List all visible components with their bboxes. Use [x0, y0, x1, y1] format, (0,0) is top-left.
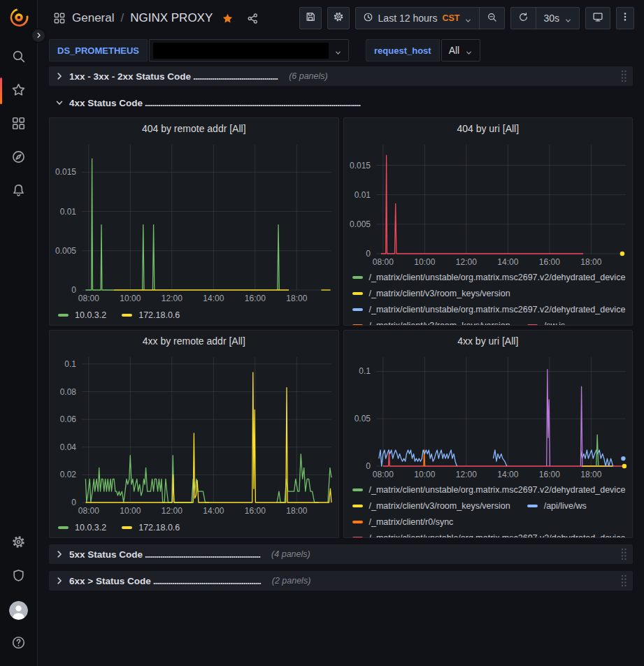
svg-text:0: 0 [366, 249, 371, 259]
chevron-down-icon [55, 98, 64, 108]
apps-icon[interactable] [53, 12, 66, 24]
panel-plot-area[interactable]: 00.0050.010.01508:0010:0012:0014:0016:00… [50, 139, 338, 305]
svg-text:12:00: 12:00 [455, 257, 476, 267]
dashboard-row-4xx[interactable]: 4xx Status Code.........................… [49, 93, 633, 113]
row-drag-handle[interactable] [620, 69, 627, 83]
panel-title[interactable]: 404 by uri [All] [344, 118, 633, 139]
legend-swatch [527, 324, 538, 326]
save-icon [305, 11, 316, 25]
sidebar-expand-button[interactable] [31, 28, 46, 43]
dashboard-row-1xx-3xx-2xx[interactable]: 1xx - 3xx - 2xx Status Code.............… [49, 66, 633, 86]
legend-item[interactable]: /_matrix/client/v3/room_keys/version [352, 317, 510, 325]
svg-text:0: 0 [71, 285, 76, 295]
panel-legend: /_matrix/client/unstable/org.matrix.msc2… [344, 482, 633, 537]
time-controls: Last 12 hours CST [355, 7, 506, 29]
row-drag-handle[interactable] [620, 574, 627, 588]
more-options-button[interactable] [616, 7, 634, 29]
legend-label: /_matrix/client/unstable/org.matrix.msc2… [369, 485, 626, 495]
legend-label: /api/live/ws [544, 501, 587, 511]
dashboard-settings-button[interactable] [327, 7, 350, 29]
sidebar-item-explore[interactable] [0, 141, 38, 175]
refresh-icon [518, 12, 529, 25]
row-title: 5xx Status Code.........................… [69, 549, 260, 560]
star-filled-icon[interactable] [222, 13, 234, 24]
refresh-interval-dropdown[interactable]: 30s [536, 8, 579, 29]
panel-plot-area[interactable]: 00.0050.010.01508:0010:0012:0014:0016:00… [344, 139, 633, 269]
legend-item[interactable]: 172.18.0.6 [122, 523, 180, 533]
legend-item[interactable]: /_matrix/client/r0/sync [352, 514, 454, 530]
legend-item[interactable]: /api/live/ws [527, 498, 587, 514]
panel-legend: /_matrix/client/unstable/org.matrix.msc2… [344, 269, 633, 325]
legend-swatch [527, 505, 538, 507]
breadcrumb-folder[interactable]: General [72, 11, 114, 25]
variable-select-ds-prometheus[interactable] [149, 39, 349, 61]
legend-label: /_matrix/client/unstable/org.matrix.msc2… [369, 273, 626, 282]
svg-text:18:00: 18:00 [286, 506, 307, 516]
legend-item[interactable]: 172.18.0.6 [122, 310, 180, 320]
panel-title[interactable]: 404 by remote addr [All] [50, 118, 338, 139]
svg-text:10:00: 10:00 [120, 506, 141, 516]
sidebar-item-server-admin[interactable] [0, 560, 38, 593]
sidebar-item-search[interactable] [0, 41, 38, 74]
sidebar-item-profile[interactable] [0, 593, 38, 627]
svg-text:0.06: 0.06 [60, 414, 77, 424]
legend-item[interactable]: /_matrix/client/unstable/org.matrix.msc2… [352, 301, 626, 317]
legend-item[interactable]: /_matrix/client/unstable/org.matrix.msc2… [352, 530, 626, 537]
legend-label: 172.18.0.6 [138, 310, 180, 320]
legend-item[interactable]: 10.0.3.2 [58, 310, 106, 320]
svg-text:0.05: 0.05 [354, 414, 371, 424]
svg-text:0.015: 0.015 [349, 161, 370, 171]
svg-text:10:00: 10:00 [120, 294, 141, 303]
chevron-down-icon [334, 47, 342, 55]
sidebar-item-alerting[interactable] [0, 175, 38, 208]
legend-item[interactable]: /_matrix/client/unstable/org.matrix.msc2… [352, 269, 626, 285]
legend-swatch [352, 537, 363, 538]
refresh-button[interactable] [511, 8, 536, 29]
svg-text:16:00: 16:00 [245, 506, 266, 516]
svg-text:0.005: 0.005 [349, 219, 370, 229]
row-drag-handle[interactable] [620, 547, 627, 561]
variable-select-request-host[interactable]: All [441, 39, 481, 61]
legend-item[interactable]: /_matrix/client/v3/room_keys/version [352, 285, 510, 301]
zoom-out-icon [487, 12, 497, 25]
legend-item[interactable]: 10.0.3.2 [58, 523, 106, 533]
panel-legend: 10.0.3.2172.18.0.6 [50, 518, 338, 537]
row-panel-count: (4 panels) [271, 549, 310, 559]
sidebar-item-starred[interactable] [0, 74, 38, 108]
legend-item[interactable]: /_matrix/client/v3/room_keys/version [352, 498, 510, 514]
panel: 404 by uri [All]00.0050.010.01508:0010:0… [343, 117, 634, 326]
variable-label-request-host: request_host [366, 39, 440, 61]
sidebar-item-help[interactable] [0, 627, 38, 660]
sidebar-item-dashboards[interactable] [0, 108, 38, 141]
dashboard-row-5xx[interactable]: 5xx Status Code.........................… [49, 544, 633, 564]
panel-title[interactable]: 4xx by uri [All] [344, 331, 633, 352]
legend-swatch [352, 308, 363, 311]
zoom-out-button[interactable] [479, 8, 504, 29]
sidebar-item-configuration[interactable] [0, 526, 38, 560]
grafana-logo[interactable] [6, 4, 32, 31]
sidebar [0, 0, 38, 666]
svg-text:12:00: 12:00 [162, 506, 183, 516]
panel-title[interactable]: 4xx by remote addr [All] [50, 331, 338, 352]
save-dashboard-button[interactable] [299, 7, 322, 29]
panel: 404 by remote addr [All]00.0050.010.0150… [49, 117, 339, 326]
page-title[interactable]: NGINX PROXY [130, 11, 213, 25]
legend-swatch [352, 276, 363, 279]
row-title: 1xx - 3xx - 2xx Status Code.............… [69, 71, 278, 82]
kiosk-mode-button[interactable] [585, 7, 610, 29]
panel-plot-area[interactable]: 00.020.040.060.080.108:0010:0012:0014:00… [50, 352, 338, 518]
panel: 4xx by uri [All]00.050.108:0010:0012:001… [343, 330, 634, 538]
toolbar: Last 12 hours CST 30s [299, 7, 634, 29]
share-icon[interactable] [247, 13, 259, 24]
svg-text:14:00: 14:00 [203, 294, 224, 303]
dashboards-grid-icon [11, 116, 26, 133]
legend-item[interactable]: /_matrix/client/unstable/org.matrix.msc2… [352, 482, 626, 498]
panel-plot-area[interactable]: 00.050.108:0010:0012:0014:0016:0018:00 [344, 352, 633, 482]
svg-text:0.04: 0.04 [60, 442, 77, 452]
time-range-picker[interactable]: Last 12 hours CST [356, 8, 480, 29]
variable-value-request-host: All [449, 45, 460, 56]
dashboard-row-6xx[interactable]: 6xx > Status Code.......................… [49, 571, 633, 591]
legend-item[interactable]: /sw.js [527, 317, 566, 325]
legend-swatch [58, 526, 69, 529]
legend-label: /_matrix/client/v3/room_keys/version [369, 501, 510, 511]
